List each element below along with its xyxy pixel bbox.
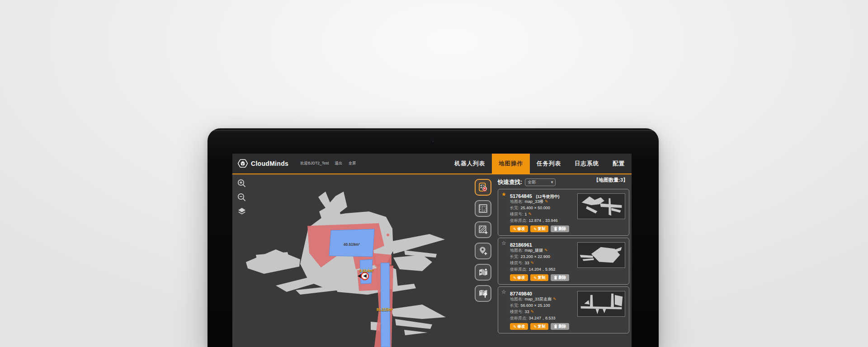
origin-value: 12.874，33.946: [529, 218, 558, 223]
pencil-icon: ✎: [513, 276, 516, 280]
tab-robot-list[interactable]: 机器人列表: [448, 154, 492, 174]
edit-name-icon[interactable]: ✎: [544, 248, 548, 253]
pencil-icon: ✎: [513, 324, 516, 329]
floor-value: 33: [525, 309, 529, 314]
map-thumbnail: [577, 291, 625, 317]
tab-task-list[interactable]: 任务列表: [530, 154, 568, 174]
map-size-value: 23.200 × 22.900: [521, 254, 550, 259]
copy-map-button[interactable]: ✎复制: [530, 323, 548, 330]
card-actions: ✎修改 ✎复制 删除: [510, 323, 569, 330]
delete-map-button[interactable]: 删除: [551, 323, 569, 330]
map-card[interactable]: ★ 51764845 (12号使用中) 地图名:map_33楼✎ 长宽:25.4…: [498, 189, 629, 236]
task-pin-icon: [478, 182, 488, 192]
map-card-list: ★ 51764845 (12号使用中) 地图名:map_33楼✎ 长宽:25.4…: [498, 189, 630, 335]
map-name-value: map_33楼: [525, 199, 544, 204]
star-icon[interactable]: ★: [501, 191, 506, 197]
edit-name-icon[interactable]: ✎: [553, 297, 557, 301]
edit-name-icon[interactable]: ✎: [545, 199, 548, 204]
tab-log-system[interactable]: 日志系统: [568, 154, 606, 174]
copy-map-button[interactable]: ✎复制: [530, 225, 548, 232]
pencil-icon: ✎: [533, 324, 537, 329]
map-size-label: 长宽:: [510, 206, 519, 210]
copy-map-button[interactable]: ✎复制: [530, 274, 548, 281]
fullscreen-link[interactable]: 全屏: [348, 161, 356, 166]
floor-label: 楼层号:: [510, 261, 524, 265]
map-list-panel: 快速查找: 全部 ▾ 【地图数量:3】 ★ 51764845: [496, 175, 632, 347]
add-point-tool-button[interactable]: [475, 243, 491, 259]
card-fields: 地图名:map_33楼✎ 长宽:25.400 × 50.000 楼层号:1✎ 坐…: [510, 198, 558, 224]
zone-area-label: 80.215m²: [377, 307, 393, 312]
origin-value: 14.204，5.952: [529, 267, 556, 272]
map-name-label: 地图名:: [510, 199, 524, 204]
modify-map-button[interactable]: ✎修改: [510, 323, 528, 330]
edit-floor-icon[interactable]: ✎: [531, 309, 534, 314]
card-fields: 地图名:map_33层走廊✎ 长宽:56.600 × 25.100 楼层号:33…: [510, 296, 557, 321]
task-pin-tool-button[interactable]: [475, 179, 491, 196]
tab-map-operations[interactable]: 地图操作: [492, 154, 530, 174]
map-count-label: 【地图数量:3】: [594, 177, 628, 183]
welcome-text: 欢迎BJDT2_Test: [300, 161, 329, 166]
floor-value: 1: [525, 212, 527, 216]
star-icon[interactable]: ☆: [501, 240, 506, 246]
add-zone-icon: [478, 225, 488, 235]
main-nav: 机器人列表 地图操作 任务列表 日志系统 配置: [448, 154, 632, 174]
measure-area-icon: [478, 203, 488, 214]
layers-icon: [237, 206, 247, 216]
logout-link[interactable]: 退出: [335, 161, 342, 166]
brand-name: CloudMinds: [251, 160, 288, 167]
zoom-out-icon: [237, 192, 247, 202]
floor-map-canvas[interactable]: 40.519m² 8.614m² 80.215m²: [232, 175, 475, 347]
tab-settings[interactable]: 配置: [606, 154, 632, 174]
map-zoom-controls: [236, 178, 248, 217]
map-name-label: 地图名:: [510, 248, 524, 253]
upload-map-tool-button[interactable]: [475, 285, 491, 302]
map-marker-tool-button[interactable]: [475, 264, 491, 281]
card-actions: ✎修改 ✎复制 删除: [510, 274, 569, 281]
layers-button[interactable]: [236, 206, 248, 217]
chevron-down-icon: ▾: [551, 180, 553, 184]
pencil-icon: ✎: [533, 276, 537, 280]
add-zone-tool-button[interactable]: [475, 221, 491, 238]
map-card[interactable]: ☆ 87749840 地图名:map_33层走廊✎ 长宽:56.600 × 25…: [498, 286, 629, 333]
map-size-value: 25.400 × 50.000: [521, 206, 550, 210]
map-name-value: map_33层走廊: [525, 297, 552, 301]
add-point-icon: [478, 246, 488, 256]
map-thumbnail: [577, 193, 625, 219]
map-filter-select[interactable]: 全部 ▾: [525, 178, 556, 186]
floor-value: 33: [525, 261, 529, 265]
trash-icon: [554, 324, 557, 328]
floor-label: 楼层号:: [510, 212, 524, 216]
quick-find-label: 快速查找:: [498, 178, 522, 186]
app-screen: CloudMinds 欢迎BJDT2_Test 退出 全屏 机器人列表 地图操作…: [232, 154, 632, 347]
map-thumbnail: [577, 242, 625, 268]
floor-map-svg: [232, 175, 475, 347]
modify-map-button[interactable]: ✎修改: [510, 225, 528, 232]
floor-label: 楼层号:: [510, 309, 524, 314]
zoom-in-button[interactable]: [236, 178, 248, 189]
edit-floor-icon[interactable]: ✎: [531, 261, 534, 265]
zone-area-label: 40.519m²: [344, 242, 360, 247]
session-links: 欢迎BJDT2_Test 退出 全屏: [300, 154, 356, 174]
card-actions: ✎修改 ✎复制 删除: [510, 225, 569, 232]
scan-geometry: [246, 192, 446, 335]
zoom-out-button[interactable]: [236, 192, 248, 203]
filter-value: 全部: [528, 179, 536, 185]
map-name-label: 地图名:: [510, 297, 524, 301]
map-tool-column: [475, 179, 495, 302]
edit-floor-icon[interactable]: ✎: [528, 212, 532, 216]
map-card[interactable]: ☆ 82186961 地图名:map_腿腿✎ 长宽:23.200 × 22.90…: [498, 238, 629, 285]
upload-map-icon: [478, 288, 488, 299]
measure-area-tool-button[interactable]: [475, 200, 491, 217]
header-spacer: [356, 154, 448, 174]
card-fields: 地图名:map_腿腿✎ 长宽:23.200 × 22.900 楼层号:33✎ 坐…: [510, 247, 556, 272]
brand[interactable]: CloudMinds: [232, 154, 288, 174]
trash-icon: [554, 227, 557, 231]
desktop-background: CloudMinds 欢迎BJDT2_Test 退出 全屏 机器人列表 地图操作…: [0, 0, 868, 347]
star-icon[interactable]: ☆: [501, 289, 506, 295]
modify-map-button[interactable]: ✎修改: [510, 274, 528, 281]
map-size-label: 长宽:: [510, 303, 519, 308]
cloudminds-logo-icon: [238, 159, 248, 169]
delete-map-button[interactable]: 删除: [551, 225, 569, 232]
zoom-in-icon: [237, 178, 247, 188]
delete-map-button[interactable]: 删除: [551, 274, 569, 281]
